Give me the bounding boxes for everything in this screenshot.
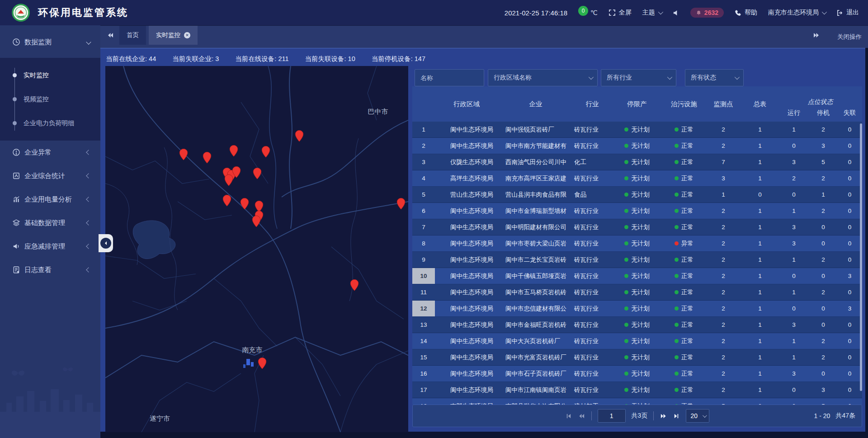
prev-page-button[interactable] [578,413,585,419]
first-page-button[interactable] [565,413,572,419]
stop-count-cell: 2 [809,333,837,349]
map-collapse-button[interactable] [99,234,113,252]
table-header: 行政区域企业行业停限产治污设施监测点总表点位状态运行停机失联 [412,86,862,122]
table-row[interactable]: 1阆中生态环境局阆中强锐页岩砖厂砖瓦行业无计划正常21120 [412,122,862,138]
status-filter-value: 所有状态 [691,74,716,82]
help-button[interactable]: 帮助 [735,9,757,17]
map-marker[interactable] [229,145,239,159]
map-marker[interactable] [240,198,250,212]
status-filter-select[interactable]: 所有状态 [685,69,744,86]
tabs-scroll-left-button[interactable] [107,32,114,41]
table-row[interactable]: 15阆中生态环境局阆中市光富页岩机砖厂砖瓦行业无计划正常21120 [412,349,862,366]
map-marker[interactable] [258,357,267,371]
theme-menu-button[interactable]: 主题 [642,9,662,17]
stop-count-cell: 1 [809,187,837,203]
table-row[interactable]: 8阆中生态环境局阆中市枣碧大梁山页岩砖瓦行业无计划异常21300 [412,235,862,252]
industry-cell: 砖瓦行业 [573,382,611,398]
sidebar-item-enterprise-statistics[interactable]: 企业综合统计 [0,164,100,188]
header-subcell-1: 停机 [809,107,837,122]
lost-count-cell: 0 [837,187,862,203]
sidebar-item-basic-data-management[interactable]: 基础数据管理 [0,211,100,235]
sidebar-item-enterprise-abnormal[interactable]: 企业异常 [0,141,100,164]
status-label: 无计划 [631,223,650,231]
map-marker[interactable] [396,198,406,212]
monitor-points-cell: 2 [705,382,741,398]
region-filter-select[interactable]: 行政区域名称 [488,69,598,86]
map-marker[interactable] [294,130,304,144]
row-number-cell: 8 [412,235,435,251]
industry-cell: 砖瓦行业 [573,170,611,186]
status-dot [624,241,628,245]
table-row[interactable]: 7阆中生态环境局阆中明阳建材有限公司砖瓦行业无计划正常21300 [412,219,862,235]
tab-close-icon[interactable]: ✕ [184,32,190,38]
notification-badge[interactable]: 2632 [690,8,724,18]
org-menu-button[interactable]: 南充市生态环境局 [768,9,826,17]
page-number-input[interactable] [598,409,626,423]
submenu-item-power-load-detail[interactable]: 企业电力负荷明细 [0,111,100,135]
status-label: 正常 [681,174,693,183]
map-marker[interactable] [203,151,212,165]
table-scrollbar[interactable] [860,123,862,391]
name-filter-input[interactable] [415,69,484,86]
map-marker[interactable] [252,215,261,229]
run-count-cell: 1 [778,349,809,365]
region-cell: 阆中生态环境局 [435,122,498,137]
facility-status-cell: 正常 [663,301,705,316]
map-panel[interactable]: 巴中市南充市遂宁市 [105,66,408,432]
map-marker[interactable] [232,166,241,180]
sidebar-submenu: 实时监控视频监控企业电力负荷明细 [0,58,100,141]
tab-realtime[interactable]: 实时监控✕ [149,26,198,45]
table-row[interactable]: 13阆中生态环境局阆中市金福旺页岩机砖砖瓦行业无计划正常21300 [412,317,862,333]
table-row[interactable]: 5营山生态环境局营山县润丰肉食品有限食品无计划正常10010 [412,187,862,203]
table-row[interactable]: 12阆中生态环境局阆中市忠信建材有限公砖瓦行业无计划正常21003 [412,301,862,317]
stats-icon [12,172,20,180]
table-row[interactable]: 18南部生态环境局南部县砒华上沟有限公建材加工无计划正常50050 [412,398,862,405]
sidebar-item-power-usage-analysis[interactable]: 企业用电量分析 [0,188,100,211]
table-row[interactable]: 16阆中生态环境局阆中市石子页岩机砖厂砖瓦行业无计划正常21300 [412,366,862,382]
lost-count-cell: 0 [837,333,862,349]
map-marker[interactable] [349,279,359,293]
industry-cell: 砖瓦行业 [573,317,611,333]
table-row[interactable]: 17阆中生态环境局阆中市江南镇阆南页岩砖瓦行业无计划正常21030 [412,382,862,398]
table-row[interactable]: 3仪陇生态环境局西南油气田分公司川中化工无计划正常71350 [412,154,862,170]
tab-home[interactable]: 首页 [119,26,146,45]
last-page-button[interactable] [673,413,680,419]
map-marker[interactable] [252,168,262,182]
industry-cell: 砖瓦行业 [573,252,611,268]
alert-icon [12,148,20,156]
close-operations-button[interactable]: 关闭操作 [837,33,862,41]
table-row[interactable]: 2阆中生态环境局阆中市南方节能建材有砖瓦行业无计划正常21030 [412,138,862,154]
stop-count-cell: 5 [809,398,837,405]
sidebar-item-data-monitoring[interactable]: 数据监测 [0,32,100,52]
submenu-item-video-monitoring[interactable]: 视频监控 [0,87,100,111]
stat-item: 当前停机设备: 147 [372,55,425,63]
logout-button[interactable]: 退出 [836,9,859,17]
submenu-item-realtime-monitoring[interactable]: 实时监控 [0,63,100,87]
table-row[interactable]: 9阆中生态环境局阆中市二龙长宝页岩砖砖瓦行业无计划正常21120 [412,252,862,268]
monitor-points-cell: 2 [705,138,741,154]
region-cell: 营山生态环境局 [435,187,498,203]
map-marker[interactable] [261,146,271,160]
table-row[interactable]: 4高坪生态环境局南充市高坪区王家店建砖瓦行业无计划正常31220 [412,170,862,187]
tabs-scroll-right-button[interactable] [813,32,820,41]
page-size-select[interactable]: 20 [686,409,709,423]
facility-status-cell: 正常 [663,284,705,300]
facility-status-cell: 正常 [663,154,705,170]
status-label: 正常 [681,305,693,313]
fullscreen-button[interactable]: 全屏 [609,9,632,17]
table-row[interactable]: 11阆中生态环境局阆中市五马桥页岩机砖砖瓦行业无计划正常21120 [412,284,862,301]
table-row[interactable]: 10阆中生态环境局阆中千佛镇五郎垭页岩砖瓦行业无计划正常21003 [412,268,862,284]
sidebar-item-emergency-reduction[interactable]: 应急减排管理 [0,235,100,258]
table-row[interactable]: 14阆中生态环境局阆中大兴页岩机砖厂砖瓦行业无计划正常21120 [412,333,862,349]
run-count-cell: 3 [778,366,809,381]
next-page-button[interactable] [660,413,667,419]
speaker-mute-button[interactable] [673,9,679,16]
sidebar-item-log-view[interactable]: 日志查看 [0,258,100,282]
map-marker[interactable] [179,148,188,162]
limit-status-cell: 无计划 [611,252,663,268]
row-number-cell: 10 [412,268,435,284]
map-marker[interactable] [222,195,231,209]
table-row[interactable]: 6阆中生态环境局阆中市金博瑞新型墙材砖瓦行业无计划正常21120 [412,203,862,219]
industry-filter-select[interactable]: 所有行业 [601,69,676,86]
lost-count-cell: 3 [837,268,862,284]
